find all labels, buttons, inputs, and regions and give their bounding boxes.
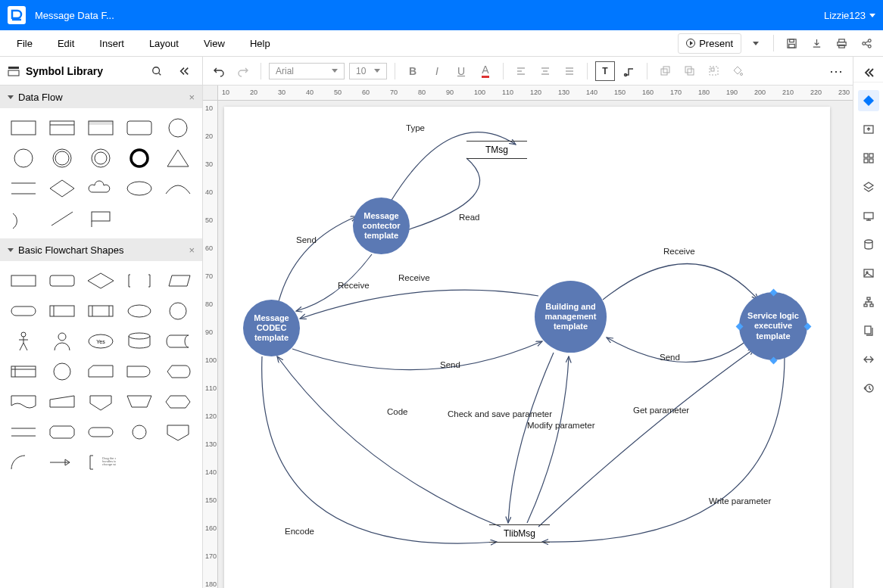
shape-half-circle[interactable] xyxy=(8,207,39,231)
shape-actor[interactable] xyxy=(8,329,39,353)
close-icon[interactable]: × xyxy=(189,244,195,256)
section-basic-flowchart[interactable]: Basic Flowchart Shapes × xyxy=(0,238,202,261)
shape-quarter-arc[interactable] xyxy=(8,450,39,474)
shape-parallel[interactable] xyxy=(8,420,39,444)
menu-help[interactable]: Help xyxy=(239,33,281,54)
shape-rect[interactable] xyxy=(8,116,39,140)
doc-title[interactable]: Message Data F... xyxy=(35,10,114,21)
menu-insert[interactable]: Insert xyxy=(89,33,135,54)
entity-tmsg[interactable]: TMsg xyxy=(466,141,527,159)
shape-cloud[interactable] xyxy=(85,176,117,201)
print-icon[interactable] xyxy=(831,33,852,54)
connector-tool-button[interactable] xyxy=(619,61,639,81)
shape-ellipse2[interactable] xyxy=(123,176,155,201)
shape-arrow[interactable] xyxy=(46,450,78,474)
shape-connector[interactable] xyxy=(123,420,155,444)
shape-pill[interactable] xyxy=(85,420,117,444)
search-icon[interactable] xyxy=(146,61,167,82)
shape-circle3[interactable] xyxy=(46,359,78,384)
data-tab-icon[interactable] xyxy=(858,234,879,255)
style-tab-icon[interactable] xyxy=(858,90,879,111)
section-data-flow[interactable]: Data Flow × xyxy=(0,86,202,108)
shape-process-round[interactable] xyxy=(46,269,78,293)
shape-terminator[interactable] xyxy=(8,299,39,323)
download-icon[interactable] xyxy=(806,33,827,54)
shape-brackets[interactable] xyxy=(123,269,155,293)
align-h-button[interactable] xyxy=(511,61,531,81)
node-msg-codec[interactable]: Message CODEC template xyxy=(243,300,300,356)
canvas[interactable]: TMsg TlibMsg Message contector template … xyxy=(218,101,853,588)
fill-button[interactable] xyxy=(728,61,747,81)
tree-tab-icon[interactable] xyxy=(858,291,879,313)
shape-internal-storage[interactable] xyxy=(8,359,39,384)
align-v-button[interactable] xyxy=(535,61,555,81)
menu-view[interactable]: View xyxy=(193,33,236,54)
shape-arc[interactable] xyxy=(162,176,194,201)
menu-file[interactable]: File xyxy=(6,33,43,54)
shape-annotation[interactable]: Drag the sidehandles tochange width xyxy=(85,450,117,474)
font-color-button[interactable]: A xyxy=(476,61,495,81)
layers-tab-icon[interactable] xyxy=(858,176,879,198)
shape-open-rect[interactable] xyxy=(8,176,39,201)
spacing-button[interactable] xyxy=(560,61,579,81)
menu-edit[interactable]: Edit xyxy=(47,33,85,54)
shape-delay[interactable] xyxy=(123,359,155,384)
shape-preparation[interactable] xyxy=(162,390,194,414)
shape-display[interactable] xyxy=(162,359,194,384)
shape-offpage2[interactable] xyxy=(162,420,194,444)
shape-flag[interactable] xyxy=(85,207,117,231)
shape-ellipse[interactable] xyxy=(8,146,39,170)
shape-card[interactable] xyxy=(85,359,117,384)
shape-diamond[interactable] xyxy=(46,176,78,201)
collapse-panel-icon[interactable] xyxy=(173,61,195,82)
group-button[interactable] xyxy=(704,61,723,81)
undo-button[interactable] xyxy=(209,61,229,81)
image-tab-icon[interactable] xyxy=(858,263,879,284)
shape-circle[interactable] xyxy=(162,116,194,140)
user-menu[interactable]: Lizzie123 xyxy=(824,10,875,21)
node-building-mgmt[interactable]: Building and management template xyxy=(535,281,607,353)
save-icon[interactable] xyxy=(781,33,802,54)
shape-predefined2[interactable] xyxy=(85,299,117,323)
arrange-tab-icon[interactable] xyxy=(858,349,879,370)
shape-rounded[interactable] xyxy=(123,116,155,140)
diagram-page[interactable]: TMsg TlibMsg Message contector template … xyxy=(224,107,830,588)
export-tab-icon[interactable] xyxy=(858,119,879,140)
more-button[interactable]: ⋯ xyxy=(827,61,847,81)
node-msg-contector[interactable]: Message contector template xyxy=(353,198,410,254)
shape-ring[interactable] xyxy=(85,146,117,170)
app-logo[interactable] xyxy=(8,6,26,24)
shape-rect-topbar[interactable] xyxy=(85,116,117,140)
shape-process[interactable] xyxy=(8,269,39,293)
shape-stored-data[interactable] xyxy=(162,329,194,353)
font-dropdown[interactable]: Arial xyxy=(269,63,345,79)
shape-database[interactable] xyxy=(123,329,155,353)
shape-triangle[interactable] xyxy=(162,146,194,170)
shape-decision[interactable] xyxy=(85,269,117,293)
node-service-logic[interactable]: Service logic executive template xyxy=(739,292,807,360)
history-tab-icon[interactable] xyxy=(858,378,879,399)
slides-tab-icon[interactable] xyxy=(858,205,879,226)
shape-manual-op[interactable] xyxy=(123,390,155,414)
fontsize-dropdown[interactable]: 10 xyxy=(349,63,387,79)
menu-layout[interactable]: Layout xyxy=(139,33,189,54)
grid-tab-icon[interactable] xyxy=(858,148,879,169)
shape-circle2[interactable] xyxy=(162,299,194,323)
shape-ellipse3[interactable] xyxy=(123,299,155,323)
shape-predefined[interactable] xyxy=(46,299,78,323)
present-button[interactable]: Present xyxy=(678,33,741,54)
close-icon[interactable]: × xyxy=(189,92,195,103)
shape-cut-corners[interactable] xyxy=(46,420,78,444)
shape-document[interactable] xyxy=(8,390,39,414)
shape-parallelogram[interactable] xyxy=(162,269,194,293)
shape-offpage[interactable] xyxy=(85,390,117,414)
shape-double-circle[interactable] xyxy=(46,146,78,170)
present-dropdown[interactable] xyxy=(745,33,766,54)
underline-button[interactable]: U xyxy=(451,61,471,81)
shape-bold-circle[interactable] xyxy=(123,146,155,170)
send-back-button[interactable] xyxy=(655,61,675,81)
bold-button[interactable]: B xyxy=(403,61,423,81)
shape-decision-yes[interactable]: Yes xyxy=(85,329,117,353)
expand-panel-icon[interactable] xyxy=(853,61,883,82)
bring-front-button[interactable] xyxy=(679,61,699,81)
